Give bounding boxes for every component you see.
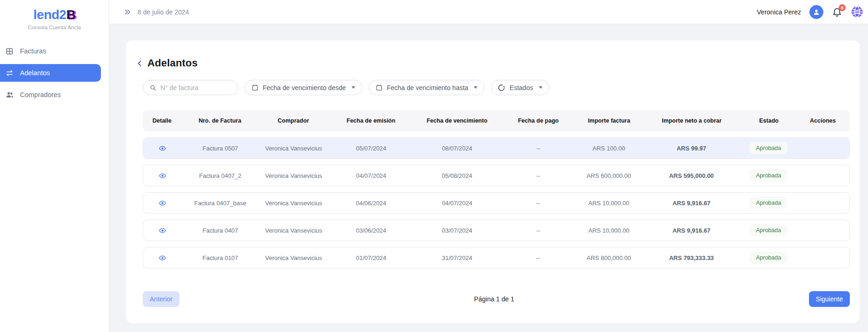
- sidebar: lend2B Consola Cuenta Ancla Facturas Ade…: [0, 0, 109, 332]
- payment-date-cell: --: [500, 145, 576, 152]
- globe-icon: [851, 6, 863, 18]
- detail-cell[interactable]: [143, 199, 182, 207]
- date-to-label: Fecha de vencimiento hasta: [387, 84, 468, 91]
- column-header: Fecha de emisión: [328, 117, 414, 124]
- due-date-cell: 31/07/2024: [414, 254, 500, 261]
- logo-text-blue: lend2: [33, 7, 66, 22]
- title-row: Adelantos: [143, 57, 850, 69]
- payment-date-cell: --: [500, 172, 576, 179]
- avatar[interactable]: [809, 5, 823, 19]
- status-badge: Aprobada: [749, 142, 788, 154]
- status-circle-icon: [498, 84, 505, 91]
- column-header: Fecha de vencimiento: [414, 117, 500, 124]
- status-cell: Aprobada: [742, 169, 795, 182]
- sidebar-item-compradores[interactable]: Compradores: [0, 86, 101, 104]
- status-badge: Aprobada: [749, 224, 788, 236]
- due-date-cell: 05/08/2024: [414, 172, 500, 179]
- chevron-left-icon: [135, 59, 144, 68]
- invoice-number-cell: Factura 0507: [182, 145, 259, 152]
- table-row: Factura 0407_2 Veronica Vansevicius 04/0…: [143, 165, 850, 186]
- invoice-number-cell: Factura 0107: [182, 254, 259, 261]
- sidebar-item-label: Facturas: [20, 47, 46, 55]
- detail-cell[interactable]: [143, 254, 182, 261]
- invoice-amount-cell: ARS 10,000.00: [576, 227, 642, 234]
- pagination: Anterior Página 1 de 1 Siguiente: [143, 291, 850, 307]
- search-input[interactable]: [160, 84, 231, 91]
- table-body: Factura 0507 Veronica Vansevicius 05/07/…: [143, 137, 850, 268]
- net-amount-cell: ARS 793,333.33: [641, 254, 742, 261]
- date-to-filter[interactable]: Fecha de vencimiento hasta: [369, 80, 484, 95]
- eye-icon[interactable]: [159, 172, 166, 180]
- payment-date-cell: --: [500, 227, 576, 234]
- buyer-cell: Veronica Vansevicius: [259, 172, 329, 179]
- buyer-cell: Veronica Vansevicius: [259, 254, 329, 261]
- buyer-cell: Veronica Vansevicius: [259, 227, 329, 234]
- net-amount-cell: ARS 595,000.00: [641, 172, 742, 179]
- sidebar-item-facturas[interactable]: Facturas: [0, 42, 101, 60]
- eye-icon[interactable]: [159, 199, 166, 207]
- table-row: Factura 0507 Veronica Vansevicius 05/07/…: [143, 137, 850, 159]
- due-date-cell: 04/07/2024: [414, 200, 500, 207]
- swap-icon: [5, 69, 14, 78]
- detail-cell[interactable]: [143, 226, 182, 234]
- issue-date-cell: 01/07/2024: [328, 254, 414, 261]
- table-row: Factura 0407_base Veronica Vansevicius 0…: [143, 192, 850, 214]
- eye-icon[interactable]: [159, 227, 166, 234]
- adelantos-card: Adelantos Fecha de vencimiento desde: [126, 40, 860, 323]
- payment-date-cell: --: [500, 200, 576, 207]
- invoice-number-cell: Factura 0407_base: [182, 200, 259, 207]
- table-header-row: DetalleNro. de FacturaCompradorFecha de …: [143, 110, 850, 131]
- invoice-amount-cell: ARS 100.00: [576, 145, 642, 152]
- issue-date-cell: 04/07/2024: [328, 172, 414, 179]
- logo-text-dark: B: [66, 7, 75, 22]
- states-label: Estados: [510, 84, 533, 91]
- people-icon: [5, 91, 14, 99]
- invoice-search[interactable]: [143, 80, 238, 95]
- topbar-right: Veronica Perez 8: [757, 5, 863, 19]
- sidebar-collapse-icon[interactable]: [123, 8, 132, 16]
- detail-cell[interactable]: [143, 144, 182, 152]
- calendar-icon: [252, 84, 258, 91]
- logo-subtitle: Consola Cuenta Ancla: [0, 25, 109, 30]
- status-badge: Aprobada: [749, 169, 788, 182]
- status-cell: Aprobada: [742, 197, 795, 209]
- language-globe-button[interactable]: [851, 6, 863, 18]
- page-info: Página 1 de 1: [474, 295, 514, 303]
- issue-date-cell: 05/07/2024: [328, 145, 414, 152]
- payment-date-cell: --: [500, 254, 576, 261]
- net-amount-cell: ARS 9,916.67: [641, 227, 742, 234]
- column-header: Importe factura: [576, 117, 642, 124]
- sidebar-item-label: Compradores: [20, 91, 61, 98]
- caret-down-icon: [539, 86, 543, 89]
- previous-page-button[interactable]: Anterior: [143, 291, 179, 307]
- table-row: Factura 0407 Veronica Vansevicius 03/06/…: [143, 220, 850, 241]
- page-title: Adelantos: [147, 57, 198, 69]
- net-amount-cell: ARS 9,916.67: [641, 200, 742, 207]
- sidebar-item-label: Adelantos: [20, 69, 50, 77]
- grid-icon: [5, 47, 14, 56]
- due-date-cell: 03/07/2024: [414, 227, 500, 234]
- buyer-cell: Veronica Vansevicius: [259, 200, 329, 207]
- detail-cell[interactable]: [143, 171, 182, 179]
- back-button[interactable]: [135, 59, 144, 68]
- caret-down-icon: [474, 86, 477, 89]
- status-cell: Aprobada: [742, 142, 795, 154]
- eye-icon[interactable]: [159, 254, 166, 262]
- column-header: Acciones: [796, 117, 850, 124]
- eye-icon[interactable]: [159, 144, 166, 152]
- date-from-filter[interactable]: Fecha de vencimiento desde: [245, 80, 362, 95]
- table-row: Factura 0107 Veronica Vansevicius 01/07/…: [143, 247, 850, 268]
- due-date-cell: 08/07/2024: [414, 145, 500, 152]
- logo: lend2B: [0, 7, 109, 22]
- column-header: Estado: [742, 117, 796, 124]
- sidebar-item-adelantos[interactable]: Adelantos: [0, 64, 101, 82]
- states-filter[interactable]: Estados: [491, 80, 550, 95]
- notifications-button[interactable]: 8: [832, 7, 842, 17]
- next-page-button[interactable]: Siguiente: [809, 291, 850, 307]
- invoice-amount-cell: ARS 600,000.00: [576, 172, 642, 179]
- main-column: 8 de julio de 2024 Veronica Perez 8: [109, 0, 868, 332]
- column-header: Detalle: [143, 117, 181, 124]
- invoice-amount-cell: ARS 800,000.00: [576, 254, 642, 261]
- caret-down-icon: [351, 86, 355, 89]
- net-amount-cell: ARS 99.97: [641, 145, 742, 152]
